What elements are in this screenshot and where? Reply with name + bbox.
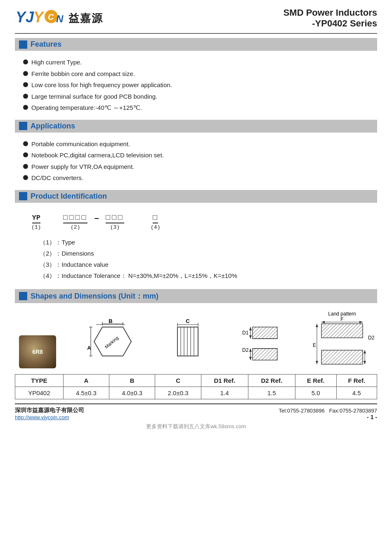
table-row: YP0402 4.5±0.3 4.0±0.3 2.0±0.3 1.4 1.5 5… (15, 387, 377, 399)
legend-desc-1: Type (61, 239, 75, 246)
app-item-4: DC/DC converters. (31, 173, 83, 183)
col-d1: D1 Ref. (201, 374, 248, 387)
svg-marker-35 (249, 335, 252, 339)
footer-left: 深圳市益嘉源电子有限公司 http://www.yjycoin.com (15, 407, 84, 420)
svg-marker-54 (364, 361, 366, 364)
svg-marker-53 (364, 350, 366, 353)
features-blue-square (19, 40, 27, 49)
col-b: B (109, 374, 155, 387)
legend-num-3: （3）： (40, 261, 61, 268)
bullet-dot (23, 141, 28, 146)
product-id-diagram: YP (1) □□□□ (2) − □□□ (3) □ (4) (31, 213, 365, 230)
svg-text:Land pattern: Land pattern (328, 311, 356, 317)
col-a: A (63, 374, 109, 387)
svg-rect-30 (253, 349, 277, 360)
logo-area: Y J Y C N 益嘉源 (15, 7, 103, 29)
svg-text:D1: D1 (242, 330, 249, 336)
c-diagram: C (169, 319, 206, 368)
legend-num-1: （1）： (40, 239, 61, 246)
cell-b: 4.0±0.3 (109, 387, 155, 399)
applications-list: Portable communication equipment. Notebo… (15, 136, 377, 187)
bullet-dot (23, 175, 28, 180)
table-header-row: TYPE A B C D1 Ref. D2 Ref. E Ref. F Ref. (15, 374, 377, 387)
pid-part1-label: YP (32, 214, 40, 223)
d1d2-diagram: D1 D2 (236, 319, 281, 368)
ab-diagram: B A Marking (86, 319, 139, 368)
applications-section-header: Applications (15, 120, 377, 133)
list-item: Portable communication equipment. (23, 140, 377, 149)
features-section-header: Features (15, 38, 377, 51)
pid-part1: YP (1) (31, 214, 41, 230)
svg-text:D2: D2 (242, 347, 249, 353)
svg-text:C: C (48, 12, 54, 21)
features-list: High current Type. Ferrite bobbin core a… (15, 54, 377, 116)
legend-item-3: （3）：Inductance value (40, 261, 377, 269)
list-item: Operating temperature:-40℃ ～+125℃. (23, 103, 377, 113)
legend-num-2: （2）： (40, 250, 61, 257)
pid-dash: − (94, 214, 99, 224)
svg-text:N: N (56, 13, 64, 24)
svg-marker-38 (249, 357, 252, 360)
watermark: 更多资料下载请到五八文库wk.58sms.com (15, 423, 377, 430)
col-c: C (155, 374, 201, 387)
footer-right: Tel:0755-27803896 Fax:0755-27803897 - 1 … (279, 408, 377, 420)
features-title: Features (31, 40, 61, 49)
cell-a: 4.5±0.3 (63, 387, 109, 399)
feature-item-2: Ferrite bobbin core and compact size. (31, 69, 135, 79)
shapes-title: Shapes and Dimensions (Unit：mm) (31, 291, 158, 301)
list-item: DC/DC converters. (23, 173, 377, 183)
svg-marker-51 (316, 361, 318, 364)
app-item-2: Notebook PC,digital carmera,LCD televisi… (31, 151, 164, 160)
pid-part4-num: (4) (151, 224, 160, 230)
list-item: Low core loss for high frequency power a… (23, 81, 377, 90)
applications-title: Applications (31, 122, 75, 130)
bullet-dot (23, 105, 28, 110)
tel-text: Tel:0755-27803896 (279, 408, 324, 414)
feature-item-5: Operating temperature:-40℃ ～+125℃. (31, 103, 142, 113)
legend-item-1: （1）：Type (40, 239, 377, 247)
page-number: - 1 - (279, 414, 377, 420)
svg-text:F: F (340, 316, 343, 322)
cell-c: 2.0±0.3 (155, 387, 201, 399)
pid-part2: □□□□ (2) (63, 213, 87, 230)
legend-item-2: （2）：Dimensions (40, 250, 377, 258)
pid-part4: □ (4) (151, 213, 160, 230)
cell-f: 4.5 (336, 387, 377, 399)
company-website[interactable]: http://www.yjycoin.com (15, 414, 84, 420)
c-svg: C (169, 319, 206, 368)
svg-rect-47 (321, 324, 363, 338)
col-f: F Ref. (336, 374, 377, 387)
svg-marker-34 (249, 327, 252, 330)
svg-marker-37 (249, 349, 252, 352)
shapes-section-header: Shapes and Dimensions (Unit：mm) (15, 289, 377, 303)
cell-d2: 1.5 (248, 387, 295, 399)
product-id-title: Product Identification (31, 192, 107, 201)
legend-desc-3: Inductance value (61, 261, 108, 268)
svg-text:Y: Y (16, 9, 27, 26)
feature-item-4: Large terminal surface for good PCB bond… (31, 92, 157, 102)
product-id-blue-square (19, 192, 27, 200)
col-d2: D2 Ref. (248, 374, 295, 387)
list-item: Power supply for VTR,OA equipment. (23, 162, 377, 172)
shapes-blue-square (19, 292, 27, 300)
page: Y J Y C N 益嘉源 SMD Power Inductors -YP040… (0, 0, 392, 555)
inductor-photo (19, 335, 56, 368)
list-item: High current Type. (23, 58, 377, 67)
cell-e: 5.0 (295, 387, 336, 399)
bullet-dot (23, 59, 28, 64)
svg-text:Y: Y (33, 9, 45, 26)
footer: 深圳市益嘉源电子有限公司 http://www.yjycoin.com Tel:… (15, 403, 377, 420)
svg-marker-44 (359, 321, 363, 323)
shapes-diagrams-row: B A Marking C (15, 306, 377, 371)
pid-space2 (131, 216, 144, 224)
logo-svg: Y J Y C N (15, 7, 64, 26)
header: Y J Y C N 益嘉源 SMD Power Inductors -YP040… (15, 7, 377, 34)
svg-text:Marking: Marking (104, 335, 120, 349)
land-svg: Land pattern F E D2 (311, 311, 373, 368)
svg-text:E: E (313, 342, 316, 348)
legend-desc-4: Inductance Tolerance： N=±30%,M=±20%，L=±1… (61, 272, 237, 279)
pid-space1 (47, 216, 57, 224)
product-id-section-header: Product Identification (15, 190, 377, 203)
list-item: Large terminal surface for good PCB bond… (23, 92, 377, 102)
legend-desc-2: Dimensions (61, 250, 94, 257)
